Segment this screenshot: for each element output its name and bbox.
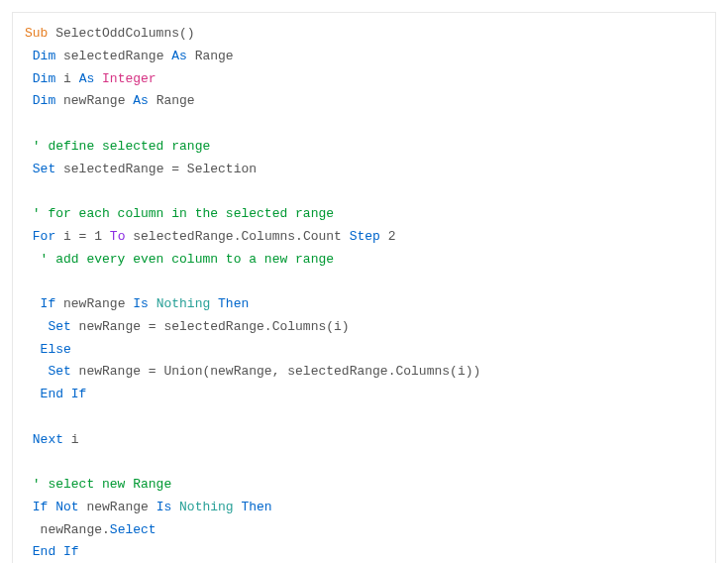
code-line: If Not newRange Is Nothing Then [25,497,703,519]
code-line: Next i [25,429,703,452]
keyword-endif: End If [25,544,79,559]
keyword-sub: Sub [25,26,48,41]
code-block: Sub SelectOddColumns() Dim selectedRange… [12,12,716,563]
keyword-type: Integer [94,71,156,86]
code-line: If newRange Is Nothing Then [25,293,703,316]
comment: ' for each column in the selected range [25,206,334,221]
code-text: SelectOddColumns() [48,26,194,41]
code-line: For i = 1 To selectedRange.Columns.Count… [25,226,703,249]
blank-line [25,113,703,136]
code-line: Dim selectedRange As Range [25,46,703,68]
keyword-as: As [79,71,95,86]
code-line: ' for each column in the selected range [25,203,703,226]
code-text: i [55,71,78,86]
code-text: newRange [79,500,156,514]
code-line: Else [25,339,703,362]
code-text: i [63,432,79,447]
blank-line [25,271,703,293]
keyword-select: Select [110,522,156,537]
keyword-not: Not [48,500,78,514]
code-text: newRange [55,93,133,108]
comment: ' define selected range [25,139,210,154]
blank-line [25,406,703,429]
code-line: Set selectedRange = Selection [25,159,703,181]
code-text: newRange [55,296,133,311]
keyword-dim: Dim [25,93,55,108]
keyword-set: Set [25,364,71,379]
keyword-as: As [171,49,187,63]
code-text: newRange. [25,522,110,537]
keyword-dim: Dim [25,71,55,86]
keyword-dim: Dim [25,49,55,63]
keyword-nothing: Nothing [171,500,241,514]
keyword-nothing: Nothing [149,296,218,311]
keyword-then: Then [241,500,271,514]
code-text: selectedRange = Selection [55,162,257,176]
keyword-next: Next [25,432,63,447]
code-line: ' define selected range [25,136,703,159]
blank-line [25,451,703,474]
keyword-if: If [25,296,55,311]
keyword-step: Step [350,229,380,244]
code-line: Sub SelectOddColumns() [25,23,703,46]
keyword-if: If [25,500,48,514]
keyword-is: Is [133,296,149,311]
keyword-then: Then [218,296,249,311]
keyword-is: Is [156,500,172,514]
code-text: newRange = Union(newRange, selectedRange… [71,364,480,379]
keyword-as: As [133,93,149,108]
code-text: newRange = selectedRange.Columns(i) [71,319,350,334]
code-text: Range [187,49,234,63]
code-text: i = [55,229,94,244]
code-line: Dim i As Integer [25,68,703,91]
code-text: selectedRange.Columns.Count [125,229,349,244]
code-line: Set newRange = Union(newRange, selectedR… [25,361,703,384]
code-text: 2 [380,229,396,244]
code-line: End If [25,541,703,563]
code-text: Range [149,93,195,108]
comment: ' add every even column to a new range [25,252,334,267]
keyword-set: Set [25,162,55,176]
keyword-set: Set [25,319,71,334]
code-line: ' select new Range [25,474,703,497]
keyword-else: Else [25,342,71,357]
comment: ' select new Range [25,477,171,492]
code-text: selectedRange [55,49,171,63]
code-line: End If [25,384,703,406]
keyword-endif: End If [25,387,86,401]
keyword-for: For [25,229,55,244]
number: 1 [94,229,102,244]
code-line: Dim newRange As Range [25,90,703,113]
code-line: ' add every even column to a new range [25,249,703,272]
code-line: Set newRange = selectedRange.Columns(i) [25,316,703,339]
keyword-to: To [102,229,125,244]
code-line: newRange.Select [25,519,703,542]
blank-line [25,180,703,203]
